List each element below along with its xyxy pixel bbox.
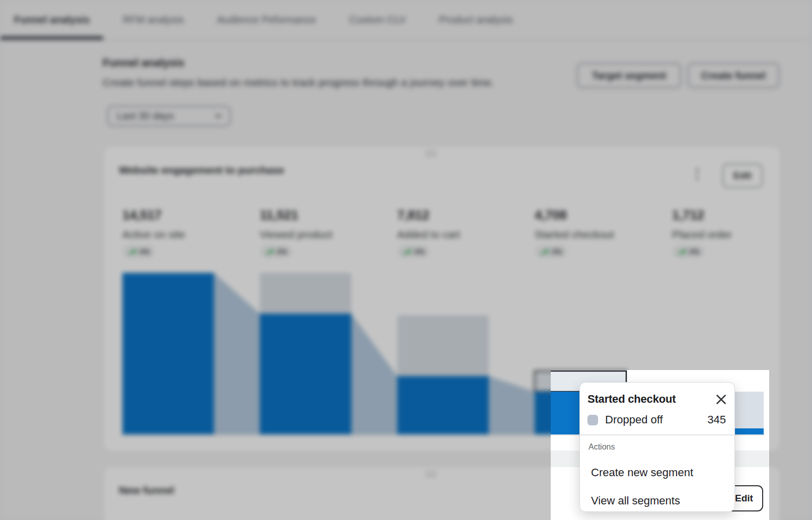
change-badge: #% xyxy=(260,245,292,258)
kebab-menu-icon[interactable] xyxy=(694,167,700,181)
funnel-step-stat-added-to-cart: 7,812Added to cart#% xyxy=(397,207,460,258)
app-screen: Funnel analysis RFM analysis Audience Pe… xyxy=(0,0,812,520)
page-description: Create funnel steps based on metrics to … xyxy=(103,77,494,89)
step-label: Started checkout xyxy=(535,229,614,241)
actions-label: Actions xyxy=(588,442,615,452)
popover-title: Started checkout xyxy=(587,393,676,406)
step-value: 4,708 xyxy=(535,207,614,223)
drag-handle-icon[interactable] xyxy=(426,471,436,477)
step-value: 7,812 xyxy=(397,207,460,223)
trend-up-icon xyxy=(403,248,411,255)
step-label: Active on site xyxy=(122,229,185,241)
funnel-step-stat-placed-order: 1,712Placed order#% xyxy=(672,207,732,258)
segment-popover: Started checkout Dropped off 345 Actions… xyxy=(579,382,735,512)
create-funnel-button[interactable]: Create funnel xyxy=(688,63,779,88)
step-value: 11,521 xyxy=(260,207,332,223)
step-value: 1,712 xyxy=(672,207,732,223)
change-badge: #% xyxy=(397,245,430,258)
drag-handle-icon[interactable] xyxy=(426,151,436,157)
new-funnel-card-title: New funnel xyxy=(119,484,174,496)
change-badge: #% xyxy=(535,245,567,258)
dropped-off-label: Dropped off xyxy=(605,413,663,426)
dropped-off-swatch xyxy=(587,415,598,425)
trend-up-icon xyxy=(265,248,274,255)
step-label: Viewed product xyxy=(260,229,332,241)
close-icon[interactable] xyxy=(712,391,729,408)
step-label: Added to cart xyxy=(397,229,460,241)
target-segment-button[interactable]: Target segment xyxy=(577,63,681,88)
tab-audience-performance[interactable]: Audience Peformance xyxy=(217,0,316,40)
change-badge: #% xyxy=(672,245,705,258)
chevron-down-icon xyxy=(214,112,223,120)
trend-up-icon xyxy=(540,248,549,255)
tab-bar: Funnel analysis RFM analysis Audience Pe… xyxy=(0,0,812,40)
create-new-segment-action[interactable]: Create new segment xyxy=(591,466,693,479)
change-badge: #% xyxy=(122,245,155,258)
date-range-select[interactable]: Last 30 days xyxy=(107,106,231,126)
funnel-card-edit-button[interactable]: Edit xyxy=(722,164,763,188)
step-value: 14,517 xyxy=(122,207,185,223)
funnel-step-stat-active-on-site: 14,517Active on site#% xyxy=(122,207,185,258)
trend-up-icon xyxy=(128,248,136,255)
dropped-off-value: 345 xyxy=(707,413,726,426)
divider xyxy=(580,434,734,435)
tab-funnel-analysis[interactable]: Funnel analysis xyxy=(14,0,90,40)
funnel-card-title: Website engagement to purchase xyxy=(119,164,284,176)
view-all-segments-action[interactable]: View all segments xyxy=(591,494,680,507)
tab-custom-clv[interactable]: Custom CLV xyxy=(349,0,406,40)
tab-rfm-analysis[interactable]: RFM analysis xyxy=(123,0,184,40)
tab-product-analysis[interactable]: Product analysis xyxy=(439,0,513,40)
funnel-step-stat-started-checkout: 4,708Started checkout#% xyxy=(535,207,614,258)
step-label: Placed order xyxy=(672,229,732,241)
page-title: Funnel analysis xyxy=(103,56,184,69)
trend-up-icon xyxy=(678,248,686,255)
funnel-step-stat-viewed-product: 11,521Viewed product#% xyxy=(260,207,332,258)
date-range-value: Last 30 days xyxy=(117,110,174,122)
